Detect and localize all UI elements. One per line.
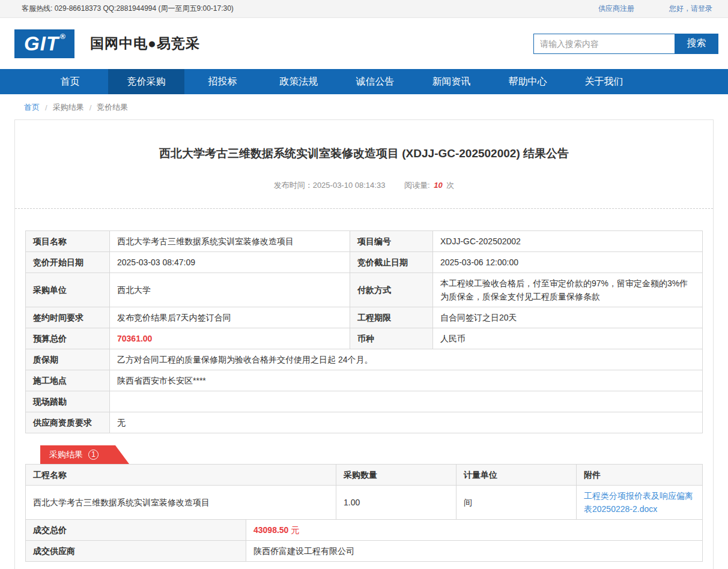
nav-item-bidding-purchase[interactable]: 竞价采购 — [108, 69, 184, 94]
info-label: 项目编号 — [350, 231, 433, 252]
nav-item-home[interactable]: 首页 — [32, 69, 108, 94]
info-value: 陕西省西安市长安区**** — [110, 370, 703, 391]
nav-item-policy[interactable]: 政策法规 — [261, 69, 337, 94]
main-nav: 首页 竞价采购 招投标 政策法规 诚信公告 新闻资讯 帮助中心 关于我们 — [0, 69, 728, 94]
nav-item-news[interactable]: 新闻资讯 — [413, 69, 490, 94]
col-header-quantity: 采购数量 — [336, 465, 457, 486]
nav-item-tender[interactable]: 招投标 — [184, 69, 261, 94]
table-row: 竞价开始日期 2025-03-03 08:47:09 竞价截止日期 2025-0… — [26, 252, 703, 273]
deal-total-cell: 43098.50元 — [246, 520, 703, 541]
announcement-title: 西北大学考古三维数据系统实训室装修改造项目 (XDJJ-GC-202502002… — [15, 120, 713, 161]
col-header-project-name: 工程名称 — [26, 465, 336, 486]
announcement-meta: 发布时间：2025-03-10 08:14:33 阅读量: 10 次 — [15, 180, 713, 191]
login-link[interactable]: 您好，请登录 — [669, 4, 712, 14]
breadcrumb-current: 竞价结果 — [97, 102, 128, 113]
views-count: 10 — [434, 181, 442, 190]
views-label: 阅读量: — [404, 181, 430, 190]
ribbon-label: 采购结果 — [49, 450, 83, 460]
table-row: 签约时间要求 发布竞价结果后7天内签订合同 工程期限 自合同签订之日20天 — [26, 307, 703, 328]
attachment-link[interactable]: 工程类分项报价表及响应偏离表20250228-2.docx — [584, 491, 693, 514]
info-value: 西北大学 — [110, 273, 350, 307]
info-label: 币种 — [350, 328, 433, 349]
nav-item-help[interactable]: 帮助中心 — [490, 69, 566, 94]
table-row: 现场踏勘 — [26, 391, 703, 412]
views-unit: 次 — [446, 181, 454, 190]
search-button[interactable]: 搜索 — [675, 34, 718, 54]
budget-total-value: 70361.00 — [110, 328, 350, 349]
info-label: 竞价截止日期 — [350, 252, 433, 273]
deal-supplier-value: 陕西侨富建设工程有限公司 — [246, 541, 703, 562]
content-card: 西北大学考古三维数据系统实训室装修改造项目 (XDJJ-GC-202502002… — [14, 119, 714, 569]
ribbon-count-badge: 1 — [88, 450, 99, 460]
info-label: 现场踏勘 — [26, 391, 110, 412]
info-label: 签约时间要求 — [26, 307, 110, 328]
deal-total-amount: 43098.50 — [253, 525, 288, 535]
info-value — [110, 391, 703, 412]
publish-time-label: 发布时间： — [274, 181, 313, 190]
info-value: 自合同签订之日20天 — [433, 307, 703, 328]
logo-text: GIT — [24, 32, 59, 55]
nav-item-integrity[interactable]: 诚信公告 — [337, 69, 413, 94]
info-label: 质保期 — [26, 349, 110, 370]
info-label: 工程期限 — [350, 307, 433, 328]
table-row: 成交总价 43098.50元 — [26, 520, 703, 541]
git-logo[interactable]: GIT® — [14, 29, 74, 58]
dashed-divider — [15, 208, 713, 209]
result-unit: 间 — [457, 486, 577, 520]
info-label: 项目名称 — [26, 231, 110, 252]
table-row: 质保期 乙方对合同工程的质量保修期为验收合格并交付使用之日起 24个月。 — [26, 349, 703, 370]
info-value: 2025-03-03 08:47:09 — [110, 252, 350, 273]
nav-item-about[interactable]: 关于我们 — [566, 69, 642, 94]
info-value: 2025-03-06 12:00:00 — [433, 252, 703, 273]
result-project-name: 西北大学考古三维数据系统实训室装修改造项目 — [26, 486, 336, 520]
breadcrumb-separator: / — [89, 103, 92, 112]
info-value: 无 — [110, 412, 703, 433]
table-row: 供应商资质要求 无 — [26, 412, 703, 433]
attachment-cell: 工程类分项报价表及响应偏离表20250228-2.docx — [577, 486, 703, 520]
search-area: 搜索 — [533, 34, 718, 54]
table-row: 项目名称 西北大学考古三维数据系统实训室装修改造项目 项目编号 XDJJ-GC-… — [26, 231, 703, 252]
info-value: 西北大学考古三维数据系统实训室装修改造项目 — [110, 231, 350, 252]
info-value: 人民币 — [433, 328, 703, 349]
breadcrumb-separator: / — [45, 103, 47, 112]
table-row: 成交供应商 陕西侨富建设工程有限公司 — [26, 541, 703, 562]
table-header-row: 工程名称 采购数量 计量单位 附件 — [26, 465, 703, 486]
info-label: 施工地点 — [26, 370, 110, 391]
table-row: 西北大学考古三维数据系统实训室装修改造项目 1.00 间 工程类分项报价表及响应… — [26, 486, 703, 520]
publish-time-value: 2025-03-10 08:14:33 — [313, 181, 386, 190]
info-value: 本工程竣工验收合格后，付至审定价款的97%，留审定金额的3%作为质保金，质保金支… — [433, 273, 703, 307]
top-bar: 客服热线: 029-86618373 QQ:2881944994 (周一至周五9… — [0, 0, 728, 18]
info-label: 竞价开始日期 — [26, 252, 110, 273]
project-info-table: 项目名称 西北大学考古三维数据系统实训室装修改造项目 项目编号 XDJJ-GC-… — [25, 230, 703, 433]
table-row: 预算总价 70361.00 币种 人民币 — [26, 328, 703, 349]
info-label: 采购单位 — [26, 273, 110, 307]
site-title: 国网中电●易竞采 — [90, 34, 200, 53]
budget-total-amount: 70361.00 — [117, 334, 152, 343]
deal-supplier-label: 成交供应商 — [26, 541, 246, 562]
result-quantity: 1.00 — [336, 486, 457, 520]
purchase-result-table: 工程名称 采购数量 计量单位 附件 西北大学考古三维数据系统实训室装修改造项目 … — [25, 464, 703, 562]
site-header: GIT® 国网中电●易竞采 搜索 — [0, 18, 728, 69]
top-links: 供应商注册 您好，请登录 — [598, 4, 712, 14]
info-value: 乙方对合同工程的质量保修期为验收合格并交付使用之日起 24个月。 — [110, 349, 703, 370]
col-header-attachment: 附件 — [577, 465, 703, 486]
info-value: 发布竞价结果后7天内签订合同 — [110, 307, 350, 328]
registered-mark-icon: ® — [60, 32, 66, 41]
purchase-result-ribbon: 采购结果 1 — [40, 445, 129, 464]
info-value: XDJJ-GC-202502002 — [433, 231, 703, 252]
table-row: 施工地点 陕西省西安市长安区**** — [26, 370, 703, 391]
breadcrumb-section[interactable]: 采购结果 — [53, 102, 84, 113]
info-label: 付款方式 — [350, 273, 433, 307]
info-label: 供应商资质要求 — [26, 412, 110, 433]
breadcrumb: 首页 / 采购结果 / 竞价结果 — [0, 94, 728, 119]
search-input[interactable] — [533, 34, 675, 54]
table-row: 采购单位 西北大学 付款方式 本工程竣工验收合格后，付至审定价款的97%，留审定… — [26, 273, 703, 307]
deal-total-unit: 元 — [291, 525, 299, 535]
col-header-unit: 计量单位 — [457, 465, 577, 486]
info-label: 预算总价 — [26, 328, 110, 349]
supplier-register-link[interactable]: 供应商注册 — [598, 4, 634, 14]
breadcrumb-home[interactable]: 首页 — [24, 102, 40, 113]
hotline-text: 客服热线: 029-86618373 QQ:2881944994 (周一至周五9… — [22, 4, 234, 14]
deal-total-label: 成交总价 — [26, 520, 246, 541]
